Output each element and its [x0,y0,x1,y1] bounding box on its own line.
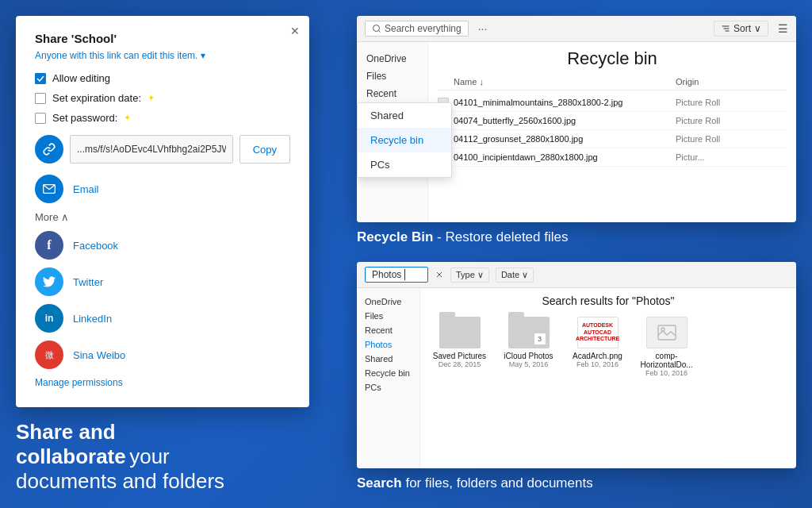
search-desc-bold: Search [357,475,402,491]
hamburger-icon[interactable]: ☰ [778,22,788,35]
search-icon [372,24,381,33]
dropdown-shared[interactable]: Shared [358,103,451,128]
search-body: OneDrive Files Recent Photos Shared Recy… [357,288,796,468]
recycle-bin-body: OneDrive Files Recent Shared Recycle bin… [357,42,796,222]
facebook-label[interactable]: Facebook [73,240,118,252]
expiration-star-icon: ✦ [147,93,155,103]
email-icon [35,175,63,203]
file-list-header: Name ↓ Origin [438,77,787,90]
email-label[interactable]: Email [73,183,99,195]
search-sidebar-pcs[interactable]: PCs [357,380,419,394]
subtitle-text: Anyone with this link can edit this item… [35,50,197,61]
linkedin-label[interactable]: LinkedIn [73,313,112,325]
bottom-left-normal3: documents and folders [16,469,224,493]
file-origin: Picture Roll [676,134,787,144]
linkedin-row: in LinkedIn [35,304,290,333]
sidebar-item-onedrive[interactable]: OneDrive [357,50,427,67]
left-panel: ✕ Share 'School' Anyone with this link c… [16,16,349,492]
search-window: Photos Type ∨ Date ∨ OneDrive Files Rece… [357,262,796,468]
bottom-left-text: Share and collaborate your documents and… [16,407,341,495]
recycle-bin-main: Recycle bin Name ↓ Origin 04101_minimalm… [428,42,796,222]
twitter-label[interactable]: Twitter [73,276,103,288]
table-row[interactable]: 04100_incipientdawn_2880x1800.jpg Pictur… [438,148,787,167]
search-sidebar-onedrive[interactable]: OneDrive [357,294,419,309]
sidebar-item-files[interactable]: Files [357,67,427,85]
link-icon [35,135,63,164]
file-name: 04112_grosunset_2880x1800.jpg [454,134,676,144]
file-name: 04101_minimalmountains_2880x1800-2.jpg [454,98,676,107]
list-item[interactable]: 3 iCloud Photos May 5, 2016 [499,317,558,368]
right-top-panel: Search everything ··· Sort ∨ ☰ OneDrive … [349,16,796,254]
recycle-bin-desc-normal: - Restore deleted files [433,229,568,244]
result-label: iCloud Photos [504,352,553,360]
dropdown-pcs[interactable]: PCs [358,152,451,177]
sidebar-item-recent[interactable]: Recent [357,85,427,102]
close-button[interactable]: ✕ [290,25,300,37]
email-row: Email [35,175,290,203]
bottom-left-line1: Share and [16,420,341,444]
facebook-row: f Facebook [35,231,290,260]
result-date: Feb 10, 2016 [576,360,619,368]
weibo-row: 微 Sina Weibo [35,341,290,369]
password-checkbox[interactable] [35,113,46,124]
link-row: Copy [35,135,290,164]
search-titlebar: Photos Type ∨ Date ∨ [357,262,796,288]
type-filter-button[interactable]: Type ∨ [450,267,489,283]
close-search-icon[interactable] [435,270,444,279]
link-input[interactable] [70,135,233,164]
recycle-bin-sidebar: OneDrive Files Recent Shared Recycle bin… [357,42,428,222]
recycle-bin-titlebar: Search everything ··· Sort ∨ ☰ [357,16,796,42]
twitter-icon [35,267,63,296]
more-toggle[interactable]: More ∧ [35,211,290,223]
search-results-main: Search results for "Photos" Saved Pictur… [420,288,796,468]
search-input-bar[interactable]: Photos [365,267,428,283]
image-placeholder-icon [646,317,688,348]
linkedin-icon: in [35,304,63,333]
expiration-label: Set expiration date: [52,92,141,104]
search-sidebar: OneDrive Files Recent Photos Shared Recy… [357,288,420,468]
password-star-icon: ✦ [124,113,131,123]
recycle-bin-desc-bold: Recycle Bin [357,229,433,244]
more-options-icon[interactable]: ··· [478,22,488,35]
bottom-left-bold2: collaborate [16,444,126,468]
twitter-row: Twitter [35,267,290,296]
result-label: Saved Pictures [433,352,486,360]
table-row[interactable]: 04074_butterfly_2560x1600.jpg Picture Ro… [438,112,787,130]
allow-editing-checkbox[interactable] [35,73,46,84]
recycle-search-box[interactable]: Search everything [365,21,469,37]
search-sidebar-files[interactable]: Files [357,309,419,323]
sort-button[interactable]: Sort ∨ [714,21,768,37]
search-description: Search for files, folders and documents [357,475,796,492]
name-column-header: Name ↓ [454,77,676,87]
sort-label: Sort [733,23,751,34]
manage-permissions-link[interactable]: Manage permissions [35,377,290,388]
bottom-left-bold1: Share and [16,420,116,444]
search-sidebar-shared[interactable]: Shared [357,352,419,366]
search-sidebar-recycle[interactable]: Recycle bin [357,366,419,380]
expiration-checkbox[interactable] [35,93,46,104]
search-sidebar-photos[interactable]: Photos [357,337,419,352]
search-placeholder-text: Search everything [385,23,462,34]
recycle-bin-description: Recycle Bin - Restore deleted files [357,229,796,246]
table-row[interactable]: 04101_minimalmountains_2880x1800-2.jpg P… [438,94,787,112]
chevron-down-icon: ▾ [201,50,205,61]
origin-column-header: Origin [676,77,787,87]
copy-button[interactable]: Copy [239,135,290,164]
right-bottom-panel: Photos Type ∨ Date ∨ OneDrive Files Rece… [349,254,796,492]
expiration-row: Set expiration date: ✦ [35,92,290,104]
search-sidebar-recent[interactable]: Recent [357,323,419,337]
password-label: Set password: [52,112,117,124]
sort-icon [721,24,730,33]
date-filter-button[interactable]: Date ∨ [496,267,534,283]
svg-line-2 [378,30,380,32]
list-item[interactable]: Saved Pictures Dec 28, 2015 [430,317,489,368]
table-row[interactable]: 04112_grosunset_2880x1800.jpg Picture Ro… [438,130,787,148]
dropdown-recycle-bin[interactable]: Recycle bin [358,128,451,152]
search-results-grid: Saved Pictures Dec 28, 2015 3 iCloud Pho… [430,317,787,377]
search-input-value: Photos [372,269,401,280]
dialog-subtitle[interactable]: Anyone with this link can edit this item… [35,50,290,61]
result-date: Feb 10, 2016 [645,369,688,377]
weibo-label[interactable]: Sina Weibo [73,349,125,361]
list-item[interactable]: comp-HorizontalDo... Feb 10, 2016 [637,317,696,377]
list-item[interactable]: AUTODESKAUTOCADARCHITECTURE AcadArch.png… [568,317,627,368]
